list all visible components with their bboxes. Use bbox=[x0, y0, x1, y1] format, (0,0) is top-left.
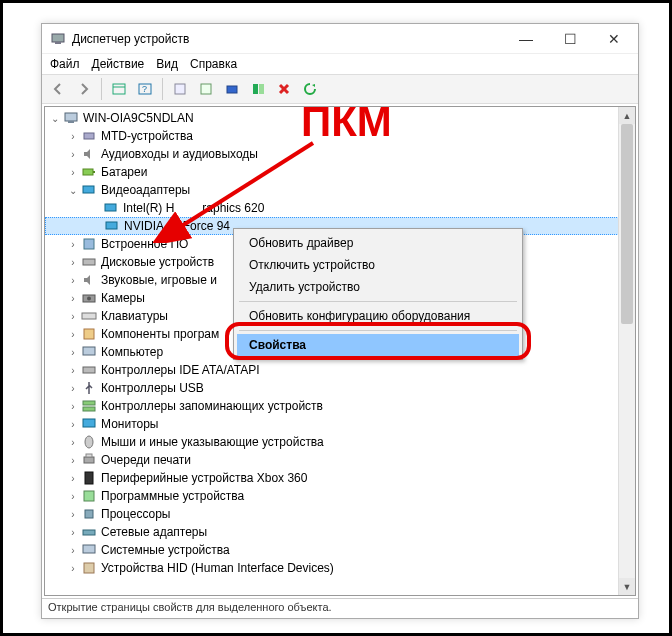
expand-icon[interactable]: › bbox=[67, 563, 79, 574]
svg-rect-15 bbox=[84, 133, 94, 139]
svg-rect-13 bbox=[65, 113, 77, 121]
svg-rect-30 bbox=[83, 407, 95, 411]
audio-icon bbox=[81, 146, 97, 162]
ctx-separator bbox=[239, 330, 517, 331]
menu-file[interactable]: Файл bbox=[50, 57, 80, 71]
tree-item[interactable]: ›Периферийные устройства Xbox 360 bbox=[45, 469, 635, 487]
scan-hardware-button[interactable] bbox=[246, 77, 270, 101]
svg-rect-19 bbox=[105, 204, 116, 211]
expand-icon[interactable]: › bbox=[67, 401, 79, 412]
expand-icon[interactable]: › bbox=[67, 383, 79, 394]
firmware-icon bbox=[81, 236, 97, 252]
enable-button[interactable] bbox=[298, 77, 322, 101]
expand-icon[interactable]: › bbox=[67, 275, 79, 286]
expand-icon[interactable]: › bbox=[67, 419, 79, 430]
expand-icon[interactable]: › bbox=[67, 131, 79, 142]
tree-item[interactable]: ›Контроллеры запоминающих устройств bbox=[45, 397, 635, 415]
titlebar: Диспетчер устройств — ☐ ✕ bbox=[42, 24, 638, 54]
system-icon bbox=[81, 542, 97, 558]
ctx-uninstall-device[interactable]: Удалить устройство bbox=[237, 276, 519, 298]
svg-rect-2 bbox=[113, 84, 125, 94]
ctx-properties[interactable]: Свойства bbox=[237, 334, 519, 356]
tree-item[interactable]: ›Контроллеры USB bbox=[45, 379, 635, 397]
show-hidden-button[interactable] bbox=[107, 77, 131, 101]
expand-icon[interactable]: › bbox=[67, 149, 79, 160]
computer-icon bbox=[81, 344, 97, 360]
tree-item[interactable]: ›Программные устройства bbox=[45, 487, 635, 505]
expand-icon[interactable]: › bbox=[67, 365, 79, 376]
ctx-separator bbox=[239, 301, 517, 302]
svg-rect-40 bbox=[84, 563, 94, 573]
svg-rect-38 bbox=[83, 530, 95, 535]
expand-icon[interactable]: › bbox=[67, 257, 79, 268]
expand-icon[interactable]: › bbox=[67, 311, 79, 322]
ctx-disable-device[interactable]: Отключить устройство bbox=[237, 254, 519, 276]
expand-icon[interactable]: › bbox=[67, 455, 79, 466]
svg-rect-6 bbox=[175, 84, 185, 94]
svg-rect-16 bbox=[83, 169, 93, 175]
forward-button[interactable] bbox=[72, 77, 96, 101]
expand-icon[interactable]: › bbox=[67, 545, 79, 556]
svg-rect-31 bbox=[83, 419, 95, 427]
back-button[interactable] bbox=[46, 77, 70, 101]
ctx-scan-hardware[interactable]: Обновить конфигурацию оборудования bbox=[237, 305, 519, 327]
tree-item[interactable]: ›Контроллеры IDE ATA/ATAPI bbox=[45, 361, 635, 379]
svg-rect-37 bbox=[85, 510, 93, 518]
expand-icon[interactable]: › bbox=[67, 167, 79, 178]
scroll-thumb[interactable] bbox=[621, 124, 633, 324]
uninstall-button[interactable] bbox=[272, 77, 296, 101]
expand-icon[interactable]: › bbox=[67, 509, 79, 520]
minimize-button[interactable]: — bbox=[504, 25, 548, 53]
cpu-icon bbox=[81, 506, 97, 522]
tree-item[interactable]: ›Мыши и иные указывающие устройства bbox=[45, 433, 635, 451]
tree-item-intel[interactable]: Intel(R) Hraphics 620 bbox=[45, 199, 635, 217]
status-bar: Открытие страницы свойств для выделенног… bbox=[42, 598, 638, 618]
vertical-scrollbar[interactable]: ▲ ▼ bbox=[618, 107, 635, 595]
tree-item[interactable]: ›Очереди печати bbox=[45, 451, 635, 469]
expand-icon[interactable]: › bbox=[67, 491, 79, 502]
xbox-icon bbox=[81, 470, 97, 486]
tree-root[interactable]: ⌄ WIN-OIA9C5NDLAN bbox=[45, 109, 635, 127]
svg-rect-8 bbox=[227, 86, 237, 93]
svg-point-24 bbox=[87, 297, 91, 301]
tree-item[interactable]: ›Системные устройства bbox=[45, 541, 635, 559]
software-device-icon bbox=[81, 488, 97, 504]
tree-item-video-adapters[interactable]: ⌄Видеоадаптеры bbox=[45, 181, 635, 199]
menu-help[interactable]: Справка bbox=[190, 57, 237, 71]
expand-icon[interactable]: › bbox=[67, 527, 79, 538]
ctx-update-driver[interactable]: Обновить драйвер bbox=[237, 232, 519, 254]
expand-icon[interactable]: › bbox=[67, 437, 79, 448]
scroll-down-button[interactable]: ▼ bbox=[619, 578, 635, 595]
tree-item[interactable]: ›Батареи bbox=[45, 163, 635, 181]
tree-item[interactable]: ›Устройства HID (Human Interface Devices… bbox=[45, 559, 635, 577]
tree-item[interactable]: ›Сетевые адаптеры bbox=[45, 523, 635, 541]
expand-icon[interactable]: ⌄ bbox=[49, 113, 61, 124]
expand-icon[interactable]: ⌄ bbox=[67, 185, 79, 196]
monitor-icon bbox=[81, 416, 97, 432]
svg-rect-18 bbox=[83, 186, 94, 193]
storage-icon bbox=[81, 398, 97, 414]
sound-icon bbox=[81, 272, 97, 288]
tree-item[interactable]: ›Мониторы bbox=[45, 415, 635, 433]
menu-view[interactable]: Вид bbox=[156, 57, 178, 71]
properties-button[interactable] bbox=[168, 77, 192, 101]
scroll-up-button[interactable]: ▲ bbox=[619, 107, 635, 124]
expand-icon[interactable]: › bbox=[67, 293, 79, 304]
tree-item[interactable]: ›Аудиовходы и аудиовыходы bbox=[45, 145, 635, 163]
expand-icon[interactable]: › bbox=[67, 329, 79, 340]
devices-by-type-button[interactable] bbox=[194, 77, 218, 101]
expand-icon[interactable]: › bbox=[67, 239, 79, 250]
update-driver-button[interactable] bbox=[220, 77, 244, 101]
context-menu: Обновить драйвер Отключить устройство Уд… bbox=[233, 228, 523, 360]
tree-item[interactable]: ›MTD-устройства bbox=[45, 127, 635, 145]
svg-rect-9 bbox=[253, 84, 258, 94]
close-button[interactable]: ✕ bbox=[592, 25, 636, 53]
expand-icon[interactable]: › bbox=[67, 473, 79, 484]
menu-action[interactable]: Действие bbox=[92, 57, 145, 71]
expand-icon[interactable]: › bbox=[67, 347, 79, 358]
help-button[interactable]: ? bbox=[133, 77, 157, 101]
svg-rect-27 bbox=[83, 347, 95, 355]
usb-icon bbox=[81, 380, 97, 396]
tree-item[interactable]: ›Процессоры bbox=[45, 505, 635, 523]
maximize-button[interactable]: ☐ bbox=[548, 25, 592, 53]
